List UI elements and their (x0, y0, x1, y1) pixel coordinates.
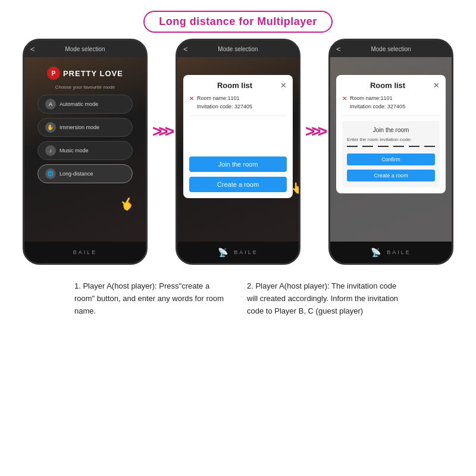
room-list-modal-3: Room list ✕ ✕ Room name:1101 Invitation … (336, 75, 446, 193)
mode-buttons: A Automatic mode ✋ Immersion mode ♪ Musi… (37, 95, 133, 183)
modal-header-3: Room list ✕ (342, 81, 440, 90)
dash-1 (347, 146, 358, 147)
immersion-mode-btn[interactable]: ✋ Immersion mode (37, 118, 133, 137)
dash-2 (362, 146, 373, 147)
modal-spacer-2 (189, 121, 287, 156)
phone2-body: Room list ✕ ✕ Room name:1101 Invitation … (177, 57, 299, 263)
music-label: Music mode (60, 148, 89, 154)
automatic-icon: A (45, 99, 56, 109)
modal-header-2: Room list ✕ (189, 81, 287, 90)
phone3-top-bar: < Mode selection (330, 40, 452, 57)
phone1-top-bar: < Mode selection (24, 40, 146, 57)
phone2-top-bar: < Mode selection (177, 40, 299, 57)
long-distance-label: Long-distance (60, 171, 93, 177)
invitation-code-2: Invitation code: 327405 (197, 103, 252, 111)
modal-title-2: Room list (189, 81, 280, 90)
create-room-btn-3[interactable]: Create a room (347, 170, 435, 181)
join-room-section: Join the room Enter the room invitation … (342, 121, 440, 187)
dash-3 (378, 146, 389, 147)
logo-icon: P (47, 67, 60, 80)
immersion-icon: ✋ (45, 122, 56, 133)
long-distance-icon: 🌐 (45, 168, 56, 179)
page-title: Long distance for Multiplayer (143, 11, 333, 33)
music-mode-btn[interactable]: ♪ Music mode (37, 141, 133, 160)
phone3-screen-title: Mode selection (371, 46, 411, 52)
choose-text: Choose your favourite mode (55, 84, 115, 90)
bottom-text-row: 1. Player A(host player): Press"create a… (0, 270, 476, 323)
remote-icon-3: 📡 (371, 248, 381, 257)
room-item-3: ✕ Room name:1101 Invitation code: 327405 (342, 95, 440, 116)
phone1-bottom: BAILE (24, 242, 146, 263)
title-area: Long distance for Multiplayer (0, 0, 476, 33)
phone1-logo: P PRETTY LOVE (47, 67, 123, 80)
create-hand-icon: 👆 (290, 181, 299, 195)
room-item-2: ✕ Room name:1101 Invitation code: 327405 (189, 95, 287, 116)
bottom-text-col1: 1. Player A(host player): Press"create a… (74, 280, 229, 317)
phones-row: < Mode selection P PRETTY LOVE Choose yo… (0, 39, 476, 265)
phone2-baile: BAILE (234, 249, 258, 255)
bottom-text-col2: 2. Player A(host player): The invitation… (247, 280, 402, 317)
phone2-back-arrow[interactable]: < (183, 45, 188, 54)
dash-4 (393, 146, 404, 147)
room-x-icon-2: ✕ (189, 95, 194, 102)
phone3-bottom: 📡 BAILE (330, 242, 452, 263)
create-room-btn-2[interactable]: Create a room (189, 177, 287, 192)
phone-1: < Mode selection P PRETTY LOVE Choose yo… (23, 39, 148, 265)
room-list-modal-2: Room list ✕ ✕ Room name:1101 Invitation … (183, 75, 293, 198)
phone-2: < Mode selection Room list ✕ ✕ Room name… (176, 39, 300, 265)
phone3-body: Room list ✕ ✕ Room name:1101 Invitation … (330, 57, 452, 263)
remote-icon-2: 📡 (218, 248, 228, 257)
phone2-bottom: 📡 BAILE (177, 242, 299, 263)
code-dashes (347, 146, 435, 147)
room-name-2: Room name:1101 (197, 95, 252, 103)
phone1-body: P PRETTY LOVE Choose your favourite mode… (24, 57, 146, 263)
arrow-2: >>> (305, 122, 324, 141)
phone3-baile: BAILE (387, 249, 411, 255)
long-distance-btn[interactable]: 🌐 Long-distance (37, 164, 133, 183)
automatic-label: Automatic mode (60, 101, 98, 107)
room-info-2: Room name:1101 Invitation code: 327405 (197, 95, 252, 111)
music-icon: ♪ (45, 145, 56, 156)
phone1-screen-title: Mode selection (65, 46, 105, 52)
automatic-mode-btn[interactable]: A Automatic mode (37, 95, 133, 114)
logo-name: PRETTY LOVE (63, 69, 123, 78)
room-x-icon-3: ✕ (342, 95, 347, 102)
phone-3: < Mode selection Room list ✕ ✕ Room name… (328, 39, 453, 265)
join-room-btn-2[interactable]: Join the room (189, 156, 287, 172)
phone3-back-arrow[interactable]: < (336, 45, 341, 54)
arrow-1: >>> (152, 122, 171, 141)
dash-6 (424, 146, 435, 147)
confirm-btn[interactable]: Confirm (347, 154, 435, 165)
room-name-3: Room name:1101 (350, 95, 405, 103)
phone1-baile: BAILE (73, 249, 98, 255)
room-info-3: Room name:1101 Invitation code: 327405 (350, 95, 405, 111)
phone1-back-arrow[interactable]: < (30, 45, 35, 54)
join-room-title: Join the room (347, 127, 435, 133)
dash-5 (409, 146, 419, 147)
invitation-code-3: Invitation code: 327405 (350, 103, 405, 111)
enter-code-label: Enter the room invitation code: (347, 137, 435, 142)
modal-title-3: Room list (342, 81, 433, 90)
modal-close-2[interactable]: ✕ (280, 81, 287, 90)
modal-close-3[interactable]: ✕ (433, 81, 440, 90)
phone2-screen-title: Mode selection (218, 46, 258, 52)
hand-pointer-icon: 👆 (118, 193, 138, 213)
immersion-label: Immersion mode (60, 124, 99, 130)
